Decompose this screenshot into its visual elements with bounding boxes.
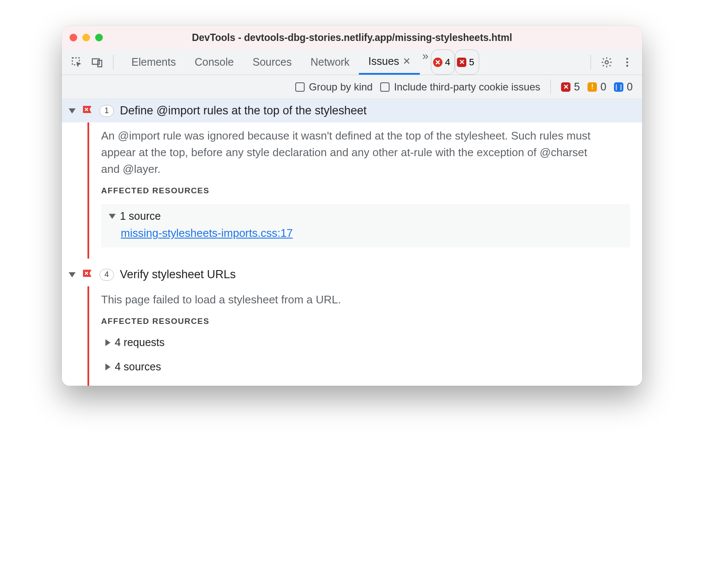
disclosure-triangle-icon <box>109 214 116 219</box>
issue-title: Define @import rules at the top of the s… <box>120 104 367 117</box>
sources-disclosure[interactable]: 1 source <box>109 210 623 222</box>
error-flag-icon <box>81 105 93 117</box>
separator <box>113 55 113 70</box>
svg-point-5 <box>626 58 628 60</box>
affected-resources-box: 1 source missing-stylesheets-imports.css… <box>101 204 630 247</box>
more-menu-icon[interactable] <box>620 55 634 70</box>
devtools-window: DevTools - devtools-dbg-stories.netlify.… <box>62 26 642 386</box>
disclosure-triangle-icon <box>105 364 111 370</box>
issue-description: This page failed to load a stylesheet fr… <box>101 291 596 308</box>
affected-resources-label: AFFECTED RESOURCES <box>101 186 630 195</box>
issue-row[interactable]: 1 Define @import rules at the top of the… <box>62 99 642 122</box>
group-by-kind-checkbox[interactable]: Group by kind <box>295 81 372 93</box>
issue-description: An @import rule was ignored because it w… <box>101 128 596 178</box>
error-flag-icon <box>81 269 93 281</box>
tab-sources[interactable]: Sources <box>243 49 301 75</box>
window-titlebar: DevTools - devtools-dbg-stories.netlify.… <box>62 26 642 49</box>
error-square-icon: ✕ <box>457 58 466 67</box>
zoom-window-button[interactable] <box>95 34 103 41</box>
minimize-window-button[interactable] <box>82 34 90 41</box>
svg-rect-2 <box>98 60 102 67</box>
issue-row[interactable]: 4 Verify stylesheet URLs <box>62 263 642 286</box>
info-count[interactable]: ❘❘ 0 <box>614 81 633 93</box>
disclosure-triangle-icon <box>69 108 76 114</box>
devtools-tabbar: Elements Console Sources Network Issues … <box>62 49 642 75</box>
window-title: DevTools - devtools-dbg-stories.netlify.… <box>62 32 642 44</box>
issue-title: Verify stylesheet URLs <box>120 268 236 281</box>
console-errors-badge[interactable]: 4 <box>431 49 455 75</box>
requests-disclosure[interactable]: 4 requests <box>101 335 630 350</box>
tab-elements[interactable]: Elements <box>122 49 185 75</box>
separator <box>550 80 551 94</box>
issue-counts: ✕ 5 ! 0 ❘❘ 0 <box>561 81 633 93</box>
device-toolbar-icon[interactable] <box>90 55 105 70</box>
separator <box>591 55 591 70</box>
issues-errors-badge[interactable]: ✕ 5 <box>455 49 479 75</box>
include-third-party-checkbox[interactable]: Include third-party cookie issues <box>380 81 540 93</box>
source-link[interactable]: missing-stylesheets-imports.css:17 <box>121 227 623 240</box>
error-circle-icon <box>433 58 442 67</box>
checkbox-icon <box>380 82 390 92</box>
svg-point-6 <box>626 61 628 63</box>
svg-point-4 <box>605 61 608 64</box>
info-square-icon: ❘❘ <box>614 82 623 92</box>
affected-resources-label: AFFECTED RESOURCES <box>101 317 630 326</box>
warning-square-icon: ! <box>588 82 597 92</box>
disclosure-triangle-icon <box>69 272 76 277</box>
issue-body: An @import rule was ignored because it w… <box>87 122 642 259</box>
close-window-button[interactable] <box>70 34 77 41</box>
tab-console[interactable]: Console <box>185 49 243 75</box>
tab-issues[interactable]: Issues ✕ <box>359 49 419 75</box>
issues-toolbar: Group by kind Include third-party cookie… <box>62 75 642 99</box>
settings-gear-icon[interactable] <box>599 55 614 70</box>
error-count[interactable]: ✕ 5 <box>561 81 580 93</box>
issue-count-badge: 4 <box>99 269 114 281</box>
window-controls <box>70 34 103 41</box>
issues-list: 1 Define @import rules at the top of the… <box>62 99 642 386</box>
disclosure-triangle-icon <box>105 339 111 346</box>
tab-network[interactable]: Network <box>301 49 359 75</box>
more-tabs-icon[interactable]: » <box>420 49 431 75</box>
error-square-icon: ✕ <box>561 82 570 92</box>
svg-point-7 <box>626 64 628 67</box>
issue-body: This page failed to load a stylesheet fr… <box>87 286 642 386</box>
checkbox-icon <box>295 82 305 92</box>
close-tab-icon[interactable]: ✕ <box>403 56 410 67</box>
warning-count[interactable]: ! 0 <box>588 81 606 93</box>
sources-disclosure[interactable]: 4 sources <box>101 359 630 375</box>
issue-count-badge: 1 <box>99 105 114 117</box>
inspect-element-icon[interactable] <box>70 55 84 70</box>
